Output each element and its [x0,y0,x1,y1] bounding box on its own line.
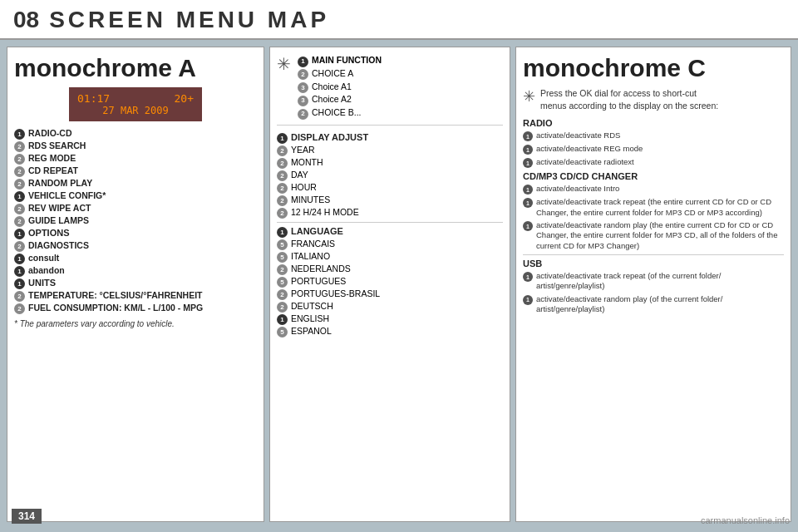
list-item: 1 ENGLISH [277,313,503,325]
panel-middle: ✳ 1MAIN FUNCTION 2CHOICE A 3Choice A1 3C… [269,47,510,522]
main-function-box: ✳ 1MAIN FUNCTION 2CHOICE A 3Choice A1 3C… [277,54,503,126]
badge-2: 2 [277,183,288,194]
menu-label-fuel: FUEL CONSUMPTION: KM/L - L/100 - MPG [28,303,203,313]
badge-2: 2 [14,141,25,152]
list-item: 2 DEUTSCH [277,301,503,313]
right-item: 1 activate/deactivate track repeat (of t… [523,271,784,292]
badge-2: 2 [277,170,288,181]
radio-rds-text: activate/deactivate RDS [536,131,620,140]
list-item: 2 MINUTES [277,195,503,206]
badge-1: 1 [14,129,25,140]
main-content: monochrome A 01:17 20+ 27 MAR 2009 1 RAD… [0,40,798,529]
list-item: 2 HOUR [277,182,503,194]
badge-2: 5 [277,277,288,288]
badge-2: 2 [14,204,25,214]
menu-label-options: OPTIONS [28,228,70,238]
right-item: 1 activate/deactivate random play (of th… [523,294,784,315]
menu-label-abandon: abandon [28,265,65,275]
item-nederlands: NEDERLANDS [291,264,351,273]
page-title: SCREEN MENU MAP [49,7,329,33]
list-item: 2 REV WIPE ACT [14,203,257,214]
badge-1: 1 [523,198,533,208]
press-description: Press the OK dial for access to short-cu… [540,87,718,111]
language-section: 1 LANGUAGE 5 FRANCAIS 5 ITALIANO 2 NEDER… [277,226,503,337]
badge-1: 1 [523,131,533,141]
cd-section-header: CD/MP3 CD/CD CHANGER [523,171,784,181]
list-item: 2 RDS SEARCH [14,140,257,152]
item-portugues: PORTUGUES [291,276,346,286]
menu-label-radio-cd: RADIO-CD [28,128,72,138]
sun-icon-right: ✳ [523,87,535,106]
menu-label-units: UNITS [28,278,56,288]
item-day: DAY [291,170,308,180]
watermark: carmanualsonline.info [701,515,790,525]
cd-track-repeat-text: activate/deactivate track repeat (the en… [536,197,784,218]
mf-item: 2CHOICE A [298,67,382,81]
list-item: 5 ITALIANO [277,251,503,263]
right-item: 1 activate/deactivate RDS [523,131,784,141]
usb-section-header: USB [523,259,784,268]
display-screen: 01:17 20+ 27 MAR 2009 [69,87,202,121]
right-item: 1 activate/deactivate radiotext [523,157,784,168]
badge-1: 1 [523,145,533,155]
footer-note: * The parameters vary according to vehic… [14,319,257,328]
list-item: 1 VEHICLE CONFIG* [14,190,257,202]
display-adjust-title: DISPLAY ADJUST [291,132,368,142]
menu-label-cd-repeat: CD REPEAT [28,165,78,175]
badge-2: 2 [277,145,288,156]
chapter-number: 08 [13,7,39,33]
list-item: 1 consult [14,253,257,264]
badge-2: 2 [14,166,25,177]
item-francais: FRANCAIS [291,239,335,249]
list-item: 2 DAY [277,170,503,181]
badge-1: 1 [14,278,25,289]
badge-2: 5 [277,327,288,337]
item-espanol: ESPANOL [291,326,332,336]
page-number: 314 [12,509,42,524]
list-item: 2 FUEL CONSUMPTION: KM/L - L/100 - MPG [14,303,257,314]
sun-icon: ✳ [277,54,291,74]
menu-label-consult: consult [28,253,59,263]
menu-list-a: 1 RADIO-CD 2 RDS SEARCH 2 REG MODE 2 CD … [14,128,257,314]
cd-intro-text: activate/deactivate Intro [536,184,619,194]
badge-2: 2 [14,241,25,252]
item-year: YEAR [291,145,315,155]
panel-c-title: monochrome C [523,54,784,82]
list-item: 5 ESPANOL [277,326,503,337]
badge-1: 1 [277,227,288,238]
list-item: 2 MONTH [277,157,503,169]
mf-item: 3Choice A1 [298,81,382,94]
list-item: 2 PORTUGUES-BRASIL [277,288,503,300]
list-item: 5 PORTUGUES [277,276,503,288]
menu-label-diagnostics: DIAGNOSTICS [28,240,89,250]
item-12h24h: 12 H/24 H MODE [291,207,359,217]
list-item: 1 RADIO-CD [14,128,257,140]
mf-item: 1MAIN FUNCTION [298,54,382,67]
list-item: 1 UNITS [14,278,257,289]
item-english: ENGLISH [291,313,329,323]
badge-1: 1 [523,158,533,168]
badge-2: 2 [277,264,288,275]
list-item: 1 DISPLAY ADJUST [277,132,503,144]
cd-random-play-text: activate/deactivate random play (the ent… [536,220,784,251]
badge-2: 5 [277,252,288,263]
panel-monochrome-c: monochrome C ✳ Press the OK dial for acc… [515,47,791,522]
badge-2: 2 [277,289,288,300]
list-item: 2 YEAR [277,145,503,156]
menu-label-rev-wipe-act: REV WIPE ACT [28,203,91,213]
list-item: 2 DIAGNOSTICS [14,240,257,252]
radio-reg-text: activate/deactivate REG mode [536,144,643,154]
list-item: 2 GUIDE LAMPS [14,215,257,227]
badge-1: 1 [523,295,533,305]
menu-label-temp: TEMPERATURE: °CELSIUS/°FAHRENHEIT [28,290,202,300]
badge-2: 2 [277,302,288,313]
item-italiano: ITALIANO [291,251,330,261]
badge-2: 2 [277,208,288,219]
badge-2: 2 [277,195,288,206]
radio-section-header: RADIO [523,118,784,128]
badge-2: 5 [277,239,288,250]
right-item: 1 activate/deactivate Intro [523,184,784,195]
badge-2: 2 [277,158,288,169]
badge-1: 1 [277,133,288,144]
mf-item: 3Choice A2 [298,93,382,106]
